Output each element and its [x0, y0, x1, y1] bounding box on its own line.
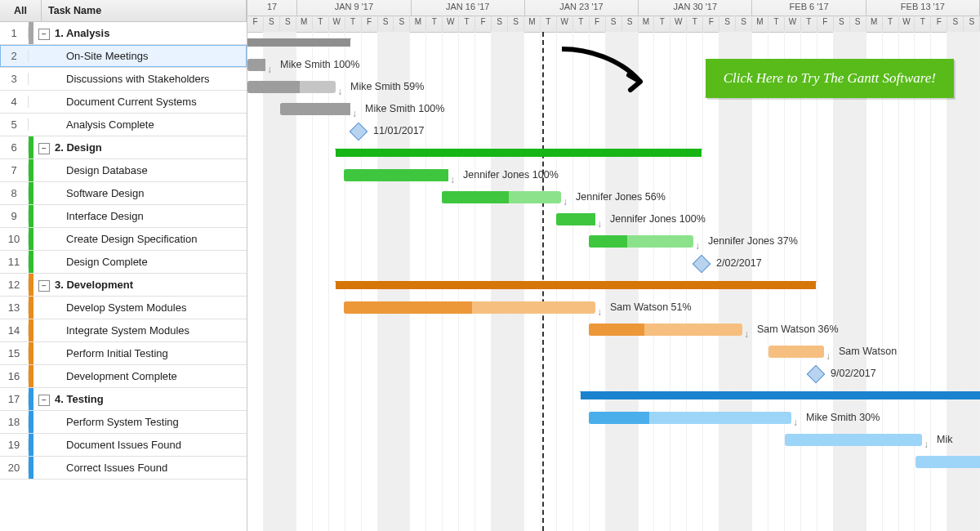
- summary-bar[interactable]: [336, 281, 816, 289]
- task-name: Document Issues Found: [66, 439, 181, 451]
- task-row[interactable]: 4Document Current Systems: [0, 91, 247, 114]
- dependency-arrow-icon: ↓: [695, 240, 700, 252]
- task-bar-label: Mike Smith 30%: [806, 412, 880, 423]
- row-number: 1: [0, 27, 29, 39]
- task-row[interactable]: 19Document Issues Found: [0, 434, 247, 457]
- milestone-icon[interactable]: [693, 255, 711, 274]
- dependency-arrow-icon: ↓: [450, 174, 455, 185]
- task-row-phase[interactable]: 17−4. Testing: [0, 388, 247, 411]
- collapse-toggle[interactable]: −: [38, 29, 50, 40]
- week-header: JAN 16 '17: [412, 0, 525, 16]
- task-row[interactable]: 11Design Complete: [0, 251, 247, 274]
- grid-body: 1−1. Analysis2On-Site Meetings3Discussio…: [0, 22, 247, 531]
- row-number: 13: [0, 301, 29, 314]
- milestone-label: 2/02/2017: [716, 257, 762, 269]
- milestone-icon[interactable]: [807, 365, 826, 384]
- dependency-arrow-icon: ↓: [597, 306, 602, 318]
- day-header: S: [606, 16, 622, 31]
- summary-bar[interactable]: [336, 149, 702, 157]
- day-header: S: [394, 16, 410, 31]
- milestone-label: 11/01/2017: [373, 125, 425, 136]
- day-header: F: [247, 16, 264, 31]
- task-bar[interactable]: [589, 412, 791, 424]
- day-header: T: [573, 16, 590, 31]
- task-row[interactable]: 14Integrate System Modules: [0, 319, 247, 342]
- gantt-row: ↓Sam Watson 36%: [247, 319, 980, 341]
- gantt-row: [247, 385, 980, 407]
- task-name: Software Design: [66, 187, 144, 199]
- row-number: 8: [0, 187, 29, 199]
- task-bar[interactable]: [442, 191, 561, 203]
- task-name: 2. Design: [55, 141, 102, 154]
- day-header: S: [947, 16, 964, 31]
- task-row[interactable]: 2On-Site Meetings: [0, 45, 247, 68]
- task-bar[interactable]: [768, 346, 824, 358]
- task-row[interactable]: 13Develop System Modules: [0, 297, 247, 319]
- gantt-row: ↓Mik: [247, 429, 980, 451]
- week-header: JAN 9 '17: [297, 0, 411, 16]
- day-header: W: [329, 16, 345, 31]
- gantt-row: ↓Jennifer Jones 56%: [247, 186, 980, 208]
- task-row[interactable]: 8Software Design: [0, 182, 247, 205]
- row-number: 7: [0, 164, 29, 176]
- task-row[interactable]: 7Design Database: [0, 159, 247, 182]
- summary-bar[interactable]: [247, 38, 350, 47]
- gantt-row: ↓Sam Watson: [247, 341, 980, 363]
- task-bar[interactable]: [280, 103, 350, 115]
- task-name: Development Complete: [66, 370, 177, 382]
- row-number: 18: [0, 416, 29, 428]
- task-bar-label: Jennifer Jones 37%: [708, 235, 798, 247]
- summary-bar[interactable]: [581, 391, 980, 399]
- task-bar[interactable]: [556, 213, 595, 225]
- row-number: 12: [0, 279, 29, 291]
- gantt-row: ↓Jennifer Jones 37%: [247, 230, 980, 252]
- task-row[interactable]: 10Create Design Specification: [0, 228, 247, 251]
- task-row[interactable]: 9Interface Design: [0, 205, 247, 228]
- task-grid: All Task Name 1−1. Analysis2On-Site Meet…: [0, 0, 247, 531]
- week-header: JAN 23 '17: [525, 0, 639, 16]
- row-number: 6: [0, 141, 29, 154]
- col-header-taskname[interactable]: Task Name: [42, 0, 247, 21]
- row-number: 3: [0, 73, 29, 85]
- milestone-icon[interactable]: [350, 123, 368, 141]
- task-row[interactable]: 18Perform System Testing: [0, 411, 247, 434]
- task-bar[interactable]: [344, 301, 595, 314]
- task-name: 3. Development: [55, 279, 133, 291]
- task-row-phase[interactable]: 6−2. Design: [0, 136, 247, 159]
- task-row[interactable]: 20Correct Issues Found: [0, 457, 247, 480]
- cta-button[interactable]: Click Here to Try The Gantt Software!: [706, 59, 954, 98]
- day-header: F: [590, 16, 606, 31]
- task-bar-label: Mike Smith 100%: [365, 103, 444, 114]
- day-header: S: [719, 16, 736, 31]
- day-header: F: [931, 16, 947, 31]
- row-number: 19: [0, 439, 29, 451]
- task-bar[interactable]: [915, 456, 980, 468]
- task-row-phase[interactable]: 1−1. Analysis: [0, 22, 247, 45]
- task-bar[interactable]: [785, 434, 922, 446]
- task-row[interactable]: 5Analysis Complete: [0, 114, 247, 136]
- dependency-arrow-icon: ↓: [924, 439, 929, 450]
- collapse-toggle[interactable]: −: [38, 280, 50, 292]
- task-bar[interactable]: [247, 59, 265, 71]
- dependency-arrow-icon: ↓: [744, 328, 749, 340]
- task-bar[interactable]: [589, 235, 693, 248]
- task-row[interactable]: 16Development Complete: [0, 365, 247, 388]
- gantt-body[interactable]: ↓Mike Smith 100%↓Mike Smith 59%↓Mike Smi…: [247, 32, 980, 531]
- task-row-phase[interactable]: 12−3. Development: [0, 274, 247, 297]
- task-row[interactable]: 15Perform Initial Testing: [0, 342, 247, 365]
- task-bar-label: Mike Smith 100%: [280, 59, 359, 70]
- collapse-toggle[interactable]: −: [38, 143, 50, 154]
- task-bar[interactable]: [344, 169, 448, 181]
- day-header: T: [883, 16, 899, 31]
- day-header: F: [475, 16, 492, 31]
- col-header-all[interactable]: All: [0, 0, 42, 21]
- week-header: 17: [247, 0, 297, 16]
- task-bar[interactable]: [589, 324, 742, 336]
- task-bar[interactable]: [247, 81, 336, 93]
- collapse-toggle[interactable]: −: [38, 395, 50, 406]
- task-name: Interface Design: [66, 210, 144, 222]
- day-header: S: [508, 16, 524, 31]
- task-row[interactable]: 3Discussions with Stakeholders: [0, 68, 247, 91]
- gantt-row: ↓Sam Watson 51%: [247, 297, 980, 319]
- day-header: F: [362, 16, 378, 31]
